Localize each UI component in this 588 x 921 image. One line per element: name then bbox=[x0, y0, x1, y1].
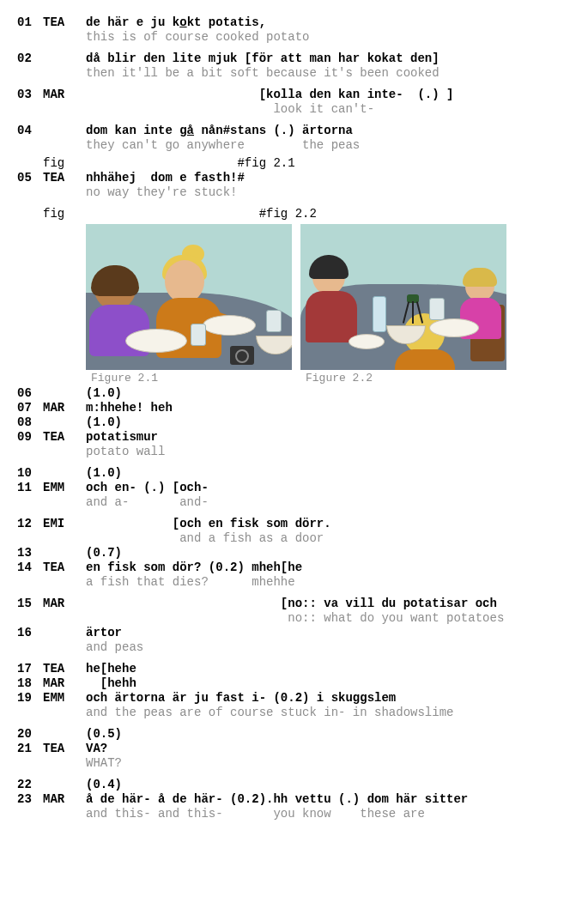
utterance: dom kan inte gå nån#stans (.) ärtorna bbox=[86, 124, 571, 137]
utterance: potatismur bbox=[86, 430, 571, 444]
utterance: nhhähej dom e fasth!# bbox=[86, 171, 571, 185]
line-number: 11 bbox=[17, 481, 43, 494]
transcript-row: 15MAR [no:: va vill du potatisar och bbox=[17, 597, 571, 610]
line-number: 13 bbox=[17, 546, 43, 560]
transcript: 01TEAde här e ju kokt potatis,this is of… bbox=[17, 15, 571, 821]
speaker-label: fig bbox=[43, 207, 86, 221]
line-number: 16 bbox=[17, 626, 43, 639]
gloss-text: potato wall bbox=[86, 445, 571, 458]
speaker-label: TEA bbox=[43, 430, 86, 444]
line-number: 04 bbox=[17, 124, 43, 137]
line-number: 10 bbox=[17, 466, 43, 480]
transcript-row: 21TEAVA? bbox=[17, 742, 571, 755]
utterance: VA? bbox=[86, 742, 571, 755]
speaker-label: fig bbox=[43, 156, 86, 170]
transcript-row: 18MAR [hehh bbox=[17, 676, 571, 690]
gloss-text: and the peas are of course stuck in- in … bbox=[86, 706, 571, 719]
line-number: 07 bbox=[17, 401, 43, 415]
utterance: (0.7) bbox=[86, 546, 571, 560]
speaker-label: MAR bbox=[43, 401, 86, 415]
figure-2-1-image bbox=[86, 224, 292, 370]
gloss-text: and a- and- bbox=[86, 495, 571, 509]
transcript-row: 23MARå de här- å de här- (0.2).hh vettu … bbox=[17, 792, 571, 806]
line-number: 06 bbox=[17, 386, 43, 400]
speaker-label: EMM bbox=[43, 481, 86, 494]
gloss-text: then it'll be a bit soft because it's be… bbox=[86, 66, 571, 80]
line-number: 05 bbox=[17, 171, 43, 185]
speaker-label: TEA bbox=[43, 742, 86, 755]
utterance: och en- (.) [och- bbox=[86, 481, 571, 494]
line-number: 23 bbox=[17, 792, 43, 806]
line-number: 03 bbox=[17, 88, 43, 101]
gloss-text: no:: what do you want potatoes bbox=[86, 611, 571, 625]
transcript-row: 04dom kan inte gå nån#stans (.) ärtorna bbox=[17, 124, 571, 137]
gloss-row: and a- and- bbox=[17, 495, 571, 509]
utterance: en fisk som dör? (0.2) mheh[he bbox=[86, 560, 571, 574]
utterance: he[hehe bbox=[86, 662, 571, 676]
gloss-text: no way they're stuck! bbox=[86, 185, 571, 199]
figure-caption: Figure 2.2 bbox=[300, 372, 506, 385]
line-number: 02 bbox=[17, 52, 43, 65]
line-number: 14 bbox=[17, 560, 43, 574]
transcript-row: 09TEApotatismur bbox=[17, 430, 571, 444]
gloss-text: they can't go anywhere the peas bbox=[86, 138, 571, 152]
transcript-row: 14TEAen fisk som dör? (0.2) mheh[he bbox=[17, 560, 571, 574]
line-number: 12 bbox=[17, 517, 43, 530]
gloss-row: they can't go anywhere the peas bbox=[17, 138, 571, 152]
fig-reference-row: fig #fig 2.2 bbox=[17, 207, 571, 221]
utterance: [no:: va vill du potatisar och bbox=[86, 597, 571, 610]
fig-reference: #fig 2.2 bbox=[86, 207, 571, 221]
line-number: 08 bbox=[17, 415, 43, 429]
transcript-row: 06(1.0) bbox=[17, 386, 571, 400]
transcript-row: 13(0.7) bbox=[17, 546, 571, 560]
line-number: 21 bbox=[17, 742, 43, 755]
transcript-row: 08(1.0) bbox=[17, 415, 571, 429]
transcript-row: 05TEAnhhähej dom e fasth!# bbox=[17, 171, 571, 185]
gloss-text: look it can't- bbox=[86, 102, 571, 116]
gloss-row: no way they're stuck! bbox=[17, 185, 571, 199]
speaker-label: MAR bbox=[43, 88, 86, 101]
speaker-label: EMM bbox=[43, 691, 86, 705]
gloss-row: and the peas are of course stuck in- in … bbox=[17, 706, 571, 719]
gloss-text: and peas bbox=[86, 640, 571, 654]
transcript-row: 20(0.5) bbox=[17, 727, 571, 741]
speaker-label: TEA bbox=[43, 15, 86, 29]
gloss-row: potato wall bbox=[17, 445, 571, 458]
utterance: [hehh bbox=[86, 676, 571, 690]
utterance: [och en fisk som dörr. bbox=[86, 517, 571, 530]
gloss-row: and peas bbox=[17, 640, 571, 654]
speaker-label: TEA bbox=[43, 662, 86, 676]
gloss-row: a fish that dies? mhehhe bbox=[17, 575, 571, 589]
speaker-label: EMI bbox=[43, 517, 86, 530]
utterance: (0.5) bbox=[86, 727, 571, 741]
utterance: ärtor bbox=[86, 626, 571, 639]
transcript-row: 01TEAde här e ju kokt potatis, bbox=[17, 15, 571, 29]
transcript-row: 11EMMoch en- (.) [och- bbox=[17, 481, 571, 494]
gloss-row: look it can't- bbox=[17, 102, 571, 116]
line-number: 17 bbox=[17, 662, 43, 676]
line-number: 22 bbox=[17, 778, 43, 791]
gloss-text: and a fish as a door bbox=[86, 531, 571, 545]
utterance: då blir den lite mjuk [för att man har k… bbox=[86, 52, 571, 65]
line-number: 18 bbox=[17, 676, 43, 690]
utterance: å de här- å de här- (0.2).hh vettu (.) d… bbox=[86, 792, 571, 806]
transcript-row: 16ärtor bbox=[17, 626, 571, 639]
transcript-row: 03MAR [kolla den kan inte- (.) ] bbox=[17, 88, 571, 101]
gloss-row: then it'll be a bit soft because it's be… bbox=[17, 66, 571, 80]
figure-caption: Figure 2.1 bbox=[86, 372, 292, 385]
speaker-label: MAR bbox=[43, 597, 86, 610]
speaker-label: MAR bbox=[43, 676, 86, 690]
transcript-row: 12EMI [och en fisk som dörr. bbox=[17, 517, 571, 530]
gloss-text: and this- and this- you know these are bbox=[86, 807, 571, 821]
transcript-row: 17TEAhe[hehe bbox=[17, 662, 571, 676]
utterance: (1.0) bbox=[86, 466, 571, 480]
gloss-text: WHAT? bbox=[86, 756, 571, 770]
figures-row: Figure 2.1 Figure 2.2 bbox=[86, 224, 571, 385]
utterance: (1.0) bbox=[86, 415, 571, 429]
gloss-row: WHAT? bbox=[17, 756, 571, 770]
gloss-row: and a fish as a door bbox=[17, 531, 571, 545]
utterance: (0.4) bbox=[86, 778, 571, 791]
utterance: de här e ju kokt potatis, bbox=[86, 15, 571, 29]
gloss-row: and this- and this- you know these are bbox=[17, 807, 571, 821]
transcript-row: 19EMMoch ärtorna är ju fast i- (0.2) i s… bbox=[17, 691, 571, 705]
